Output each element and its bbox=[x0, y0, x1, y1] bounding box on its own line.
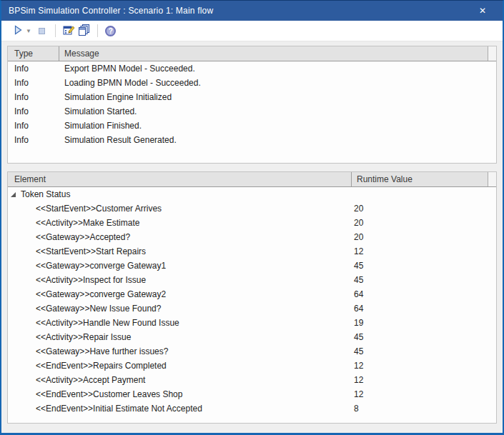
token-row-element: <<Gateway>>converge Gateway1 bbox=[8, 261, 352, 271]
log-row-type: Info bbox=[8, 106, 59, 116]
help-button[interactable]: ? bbox=[103, 23, 119, 39]
token-row[interactable]: <<Gateway>>converge Gateway1 45 bbox=[8, 259, 496, 273]
log-header-tail bbox=[488, 46, 496, 61]
token-column-runtime-value: Runtime Value bbox=[351, 172, 488, 186]
token-row-element: <<StartEvent>>Customer Arrives bbox=[8, 204, 352, 214]
token-column-element: Element bbox=[8, 172, 351, 186]
token-row-runtime-value: 12 bbox=[352, 375, 496, 385]
log-row[interactable]: Info Simulation Finished. bbox=[8, 119, 496, 133]
token-row[interactable]: <<StartEvent>>Start Repairs 12 bbox=[8, 244, 496, 259]
token-row-element: <<Gateway>>New Issue Found? bbox=[8, 304, 352, 314]
token-body: Token Status <<StartEvent>>Customer Arri… bbox=[8, 187, 496, 423]
token-row-runtime-value: 12 bbox=[352, 389, 496, 399]
token-row[interactable]: <<Activity>>Make Estimate 20 bbox=[8, 216, 496, 230]
log-row-type: Info bbox=[8, 121, 59, 131]
token-header-tail bbox=[488, 172, 496, 186]
token-row-element: <<Gateway>>Accepted? bbox=[8, 232, 352, 242]
token-row-runtime-value: 8 bbox=[352, 404, 496, 414]
run-options-dropdown-icon[interactable]: ▼ bbox=[26, 28, 31, 34]
token-row[interactable]: <<Activity>>Inspect for Issue 45 bbox=[8, 273, 496, 287]
log-row[interactable]: Info Simulation Result Generated. bbox=[8, 133, 496, 147]
token-row-element: <<Gateway>>Have further issues? bbox=[8, 346, 352, 356]
token-row[interactable]: <<EndEvent>>Customer Leaves Shop 12 bbox=[8, 387, 496, 401]
token-row[interactable]: <<Gateway>>New Issue Found? 64 bbox=[8, 301, 496, 316]
token-row-element: <<Activity>>Make Estimate bbox=[8, 218, 352, 228]
token-row-runtime-value: 64 bbox=[352, 289, 496, 299]
copy-results-button[interactable] bbox=[76, 23, 92, 39]
toolbar: ▼ bbox=[1, 21, 503, 41]
window-title: BPSim Simulation Controller : Scenario 1… bbox=[9, 6, 213, 16]
token-row[interactable]: <<EndEvent>>Repairs Completed 12 bbox=[8, 359, 496, 373]
log-row[interactable]: Info Simulation Engine Initialized bbox=[8, 90, 496, 104]
token-row-element: <<Activity>>Accept Payment bbox=[8, 375, 352, 385]
token-row-element: <<Activity>>Handle New Found Issue bbox=[8, 318, 352, 328]
layers-icon bbox=[78, 24, 91, 39]
log-row-message: Loading BPMN Model - Succeeded. bbox=[59, 78, 496, 88]
token-row[interactable]: <<Activity>>Repair Issue 45 bbox=[8, 330, 496, 344]
token-row[interactable]: <<StartEvent>>Customer Arrives 20 bbox=[8, 201, 496, 216]
tree-expander-icon[interactable] bbox=[11, 192, 16, 197]
toolbar-separator bbox=[55, 24, 56, 37]
bpsim-simulation-controller-window: BPSim Simulation Controller : Scenario 1… bbox=[0, 0, 504, 435]
token-row-runtime-value: 45 bbox=[352, 346, 496, 356]
log-row-type: Info bbox=[8, 135, 59, 145]
token-row-runtime-value: 20 bbox=[352, 218, 496, 228]
log-row[interactable]: Info Loading BPMN Model - Succeeded. bbox=[8, 76, 496, 90]
log-row-message: Simulation Result Generated. bbox=[59, 135, 496, 145]
stop-icon bbox=[39, 28, 45, 34]
token-status-group-row[interactable]: Token Status bbox=[8, 187, 496, 201]
log-row[interactable]: Info Simulation Started. bbox=[8, 104, 496, 119]
log-row[interactable]: Info Export BPMN Model - Succeeded. bbox=[8, 61, 496, 76]
token-row[interactable]: <<Activity>>Handle New Found Issue 19 bbox=[8, 316, 496, 330]
token-row-runtime-value: 45 bbox=[352, 275, 496, 285]
log-row-message: Simulation Finished. bbox=[59, 121, 496, 131]
play-icon bbox=[13, 25, 23, 37]
help-icon: ? bbox=[105, 26, 116, 36]
token-row[interactable]: <<EndEvent>>Initial Estimate Not Accepte… bbox=[8, 401, 496, 416]
stop-simulation-button[interactable] bbox=[34, 23, 50, 39]
token-row[interactable]: <<Gateway>>Accepted? 20 bbox=[8, 230, 496, 244]
log-rows: Info Export BPMN Model - Succeeded. Info… bbox=[8, 61, 496, 163]
log-row-message: Simulation Started. bbox=[59, 106, 496, 116]
title-bar: BPSim Simulation Controller : Scenario 1… bbox=[1, 1, 503, 21]
token-row-element: <<EndEvent>>Initial Estimate Not Accepte… bbox=[8, 404, 352, 414]
token-row-element: <<EndEvent>>Customer Leaves Shop bbox=[8, 389, 352, 399]
close-button[interactable]: ✕ bbox=[474, 1, 491, 21]
token-row-runtime-value: 20 bbox=[352, 232, 496, 242]
token-rows: <<StartEvent>>Customer Arrives 20 <<Acti… bbox=[8, 201, 496, 416]
token-status-panel: Element Runtime Value Token Status <<Sta… bbox=[7, 171, 497, 424]
token-row-element: <<Gateway>>converge Gateway2 bbox=[8, 289, 352, 299]
token-row-runtime-value: 45 bbox=[352, 332, 496, 342]
token-row[interactable]: <<Gateway>>Have further issues? 45 bbox=[8, 344, 496, 359]
token-row-element: <<StartEvent>>Start Repairs bbox=[8, 246, 352, 256]
log-row-type: Info bbox=[8, 78, 59, 88]
log-row-message: Simulation Engine Initialized bbox=[59, 92, 496, 102]
log-header: Type Message bbox=[8, 46, 496, 61]
token-group-label: Token Status bbox=[21, 189, 70, 199]
token-row-runtime-value: 64 bbox=[352, 304, 496, 314]
bpsim-report-button[interactable] bbox=[61, 23, 76, 39]
token-row-runtime-value: 20 bbox=[352, 204, 496, 214]
token-row-runtime-value: 45 bbox=[352, 261, 496, 271]
log-row-type: Info bbox=[8, 64, 59, 74]
message-log-panel: Type Message Info Export BPMN Model - Su… bbox=[7, 46, 497, 164]
token-row-element: <<Activity>>Inspect for Issue bbox=[8, 275, 352, 285]
token-row-runtime-value: 12 bbox=[352, 361, 496, 371]
log-row-type: Info bbox=[8, 92, 59, 102]
token-row[interactable]: <<Activity>>Accept Payment 12 bbox=[8, 373, 496, 387]
token-row-element: <<Activity>>Repair Issue bbox=[8, 332, 352, 342]
toolbar-separator bbox=[97, 24, 98, 37]
token-header: Element Runtime Value bbox=[8, 172, 496, 187]
report-pencil-icon bbox=[62, 24, 75, 39]
log-column-type: Type bbox=[8, 46, 59, 61]
log-column-message: Message bbox=[59, 46, 488, 61]
token-row-runtime-value: 12 bbox=[352, 246, 496, 256]
token-row-element: <<EndEvent>>Repairs Completed bbox=[8, 361, 352, 371]
token-row[interactable]: <<Gateway>>converge Gateway2 64 bbox=[8, 287, 496, 301]
log-row-message: Export BPMN Model - Succeeded. bbox=[59, 64, 496, 74]
token-row-runtime-value: 19 bbox=[352, 318, 496, 328]
run-simulation-button[interactable] bbox=[10, 23, 26, 39]
